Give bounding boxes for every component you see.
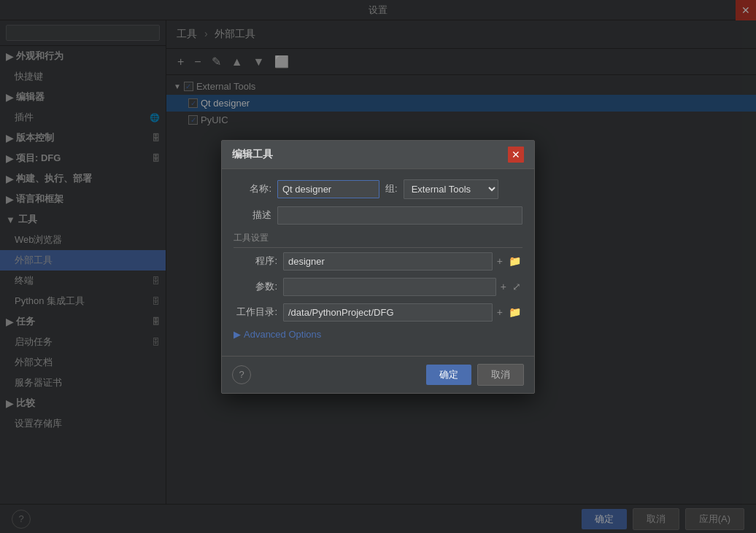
workdir-add-btn[interactable]: + [495, 305, 504, 319]
desc-input[interactable] [277, 206, 522, 225]
edit-tool-modal: 编辑工具 ✕ 名称: 组: External Tools 描述 工具设置 [221, 140, 535, 394]
name-group-row: 名称: 组: External Tools [234, 179, 522, 199]
modal-close-button[interactable]: ✕ [508, 147, 524, 163]
advanced-options-toggle[interactable]: ▶ Advanced Options [234, 329, 522, 340]
workdir-browse-btn[interactable]: 📁 [507, 305, 522, 319]
args-label: 参数: [234, 280, 277, 293]
modal-cancel-button[interactable]: 取消 [477, 364, 524, 386]
desc-row: 描述 [234, 206, 522, 225]
workdir-row: 工作目录: + 📁 [234, 303, 522, 322]
program-browse-btn[interactable]: 📁 [507, 254, 522, 268]
modal-footer: ? 确定 取消 [222, 356, 534, 393]
advanced-arrow: ▶ [234, 329, 241, 340]
program-label: 程序: [234, 254, 277, 268]
workdir-label: 工作目录: [234, 306, 277, 319]
name-input[interactable] [277, 180, 379, 198]
args-add-btn[interactable]: + [499, 279, 508, 294]
section-label: 工具设置 [234, 232, 522, 248]
desc-label: 描述 [234, 209, 271, 222]
modal-help-button[interactable]: ? [232, 365, 251, 384]
modal-header: 编辑工具 ✕ [222, 141, 534, 169]
program-add-btn[interactable]: + [495, 254, 504, 268]
program-row: 程序: + 📁 [234, 252, 522, 271]
args-input-group: + ⤢ [283, 278, 522, 296]
modal-overlay: 编辑工具 ✕ 名称: 组: External Tools 描述 工具设置 [0, 0, 756, 533]
group-label-text: 组: [385, 182, 398, 195]
name-label: 名称: [234, 182, 271, 195]
group-select[interactable]: External Tools [404, 179, 498, 199]
program-input[interactable] [283, 252, 493, 271]
modal-ok-button[interactable]: 确定 [426, 365, 471, 385]
workdir-input-group: + 📁 [283, 303, 522, 322]
program-input-group: + 📁 [283, 252, 522, 271]
modal-title: 编辑工具 [232, 148, 273, 161]
workdir-input[interactable] [283, 303, 493, 322]
modal-body: 名称: 组: External Tools 描述 工具设置 程序: + [222, 169, 534, 356]
args-expand-btn[interactable]: ⤢ [511, 279, 522, 294]
args-row: 参数: + ⤢ [234, 278, 522, 296]
args-input[interactable] [283, 278, 496, 296]
